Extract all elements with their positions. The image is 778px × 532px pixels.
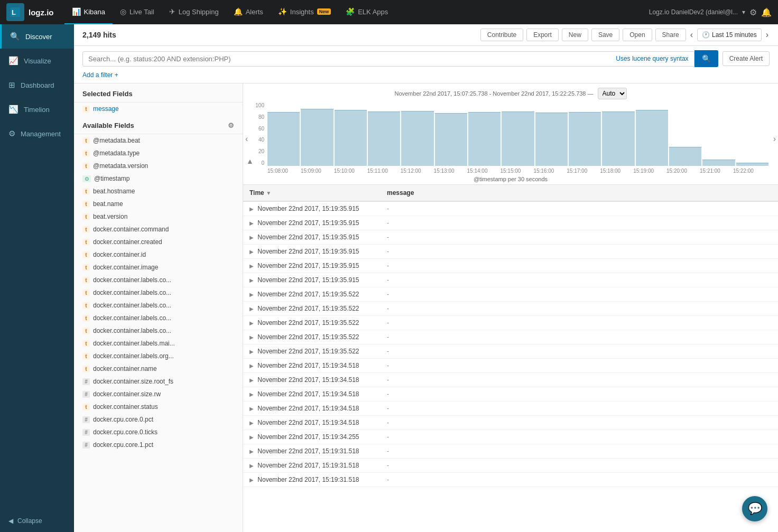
time-range-display[interactable]: 🕐 Last 15 minutes [697, 29, 762, 41]
chart-bar[interactable] [736, 163, 768, 166]
available-field-item[interactable]: #docker.container.size.rw [74, 388, 243, 400]
lucene-link[interactable]: Uses lucene query syntax [616, 55, 688, 62]
selected-field-item[interactable]: tmessage [74, 102, 243, 115]
available-field-item[interactable]: tdocker.container.created [74, 236, 243, 248]
nav-tab-livetail[interactable]: ◎Live Tail [113, 0, 162, 24]
chart-bar[interactable] [335, 110, 367, 166]
chart-bar[interactable] [702, 160, 735, 166]
nav-tab-kibana[interactable]: 📊Kibana [64, 0, 113, 24]
chart-bar[interactable] [435, 113, 467, 166]
nav-tab-alerts[interactable]: 🔔Alerts [226, 0, 271, 24]
add-filter-link[interactable]: Add a filter + [82, 71, 118, 79]
chart-bar[interactable] [602, 111, 634, 166]
nav-tab-elkapps[interactable]: 🧩ELK Apps [338, 0, 395, 24]
export-button[interactable]: Export [526, 29, 559, 41]
row-expand-button[interactable]: ▶ [249, 434, 254, 440]
available-field-item[interactable]: t@metadata.version [74, 160, 243, 172]
time-column-header[interactable]: Time ▼ [243, 185, 381, 201]
available-field-item[interactable]: t@metadata.type [74, 147, 243, 160]
chart-up-button[interactable]: ▲ [246, 157, 254, 165]
field-settings-icon[interactable]: ⚙ [228, 122, 234, 129]
row-expand-button[interactable]: ▶ [249, 249, 254, 255]
create-alert-button[interactable]: Create Alert [723, 51, 770, 66]
row-expand-button[interactable]: ▶ [249, 363, 254, 369]
chart-bar[interactable] [301, 109, 333, 166]
available-field-item[interactable]: #docker.cpu.core.0.pct [74, 413, 243, 426]
available-field-item[interactable]: tdocker.container.labels.co... [74, 286, 243, 299]
available-field-item[interactable]: tbeat.name [74, 198, 243, 210]
collapse-button[interactable]: ◀ Collapse [0, 510, 74, 532]
row-expand-button[interactable]: ▶ [249, 334, 254, 340]
row-expand-button[interactable]: ▶ [249, 220, 254, 226]
sidebar-item-management[interactable]: ⚙Management [0, 122, 74, 146]
row-expand-button[interactable]: ▶ [249, 277, 254, 283]
row-expand-button[interactable]: ▶ [249, 263, 254, 269]
available-field-item[interactable]: tdocker.container.id [74, 248, 243, 261]
row-expand-button[interactable]: ▶ [249, 235, 254, 240]
available-field-item[interactable]: #docker.cpu.core.0.ticks [74, 426, 243, 438]
search-input[interactable] [88, 55, 616, 63]
table-row: ▶ November 22nd 2017, 15:19:31.518 - [243, 473, 778, 487]
contribute-button[interactable]: Contribute [480, 29, 523, 41]
chart-bar[interactable] [535, 113, 568, 166]
chart-nav-left-button[interactable]: ‹ [245, 134, 248, 144]
available-field-item[interactable]: tbeat.hostname [74, 185, 243, 198]
row-expand-button[interactable]: ▶ [249, 449, 254, 454]
sidebar-item-discover[interactable]: 🔍Discover [0, 24, 74, 49]
sidebar-item-dashboard[interactable]: ⊞Dashboard [0, 73, 74, 97]
row-expand-button[interactable]: ▶ [249, 377, 254, 383]
available-field-item[interactable]: tdocker.container.image [74, 261, 243, 274]
nav-tab-logshipping[interactable]: ✈Log Shipping [162, 0, 226, 24]
logo[interactable]: L logz.io [6, 3, 54, 21]
row-expand-button[interactable]: ▶ [249, 306, 254, 312]
chart-bar[interactable] [502, 111, 534, 166]
chart-bar[interactable] [401, 111, 433, 166]
chart-bar[interactable] [636, 110, 668, 166]
row-expand-button[interactable]: ▶ [249, 292, 254, 297]
nav-tab-insights[interactable]: ✨InsightsNew [271, 0, 338, 24]
available-field-item[interactable]: tdocker.container.command [74, 223, 243, 236]
row-expand-button[interactable]: ▶ [249, 420, 254, 426]
row-expand-button[interactable]: ▶ [249, 206, 254, 212]
open-button[interactable]: Open [623, 29, 652, 41]
available-field-item[interactable]: tdocker.container.labels.co... [74, 274, 243, 286]
user-chevron-icon[interactable]: ▾ [742, 8, 745, 16]
chart-bar[interactable] [669, 147, 701, 166]
notification-icon[interactable]: 🔔 [761, 7, 772, 17]
available-field-item[interactable]: tdocker.container.labels.co... [74, 324, 243, 337]
sidebar-item-timelion[interactable]: 📉Timelion [0, 97, 74, 122]
available-field-item[interactable]: tdocker.container.status [74, 400, 243, 413]
row-expand-button[interactable]: ▶ [249, 391, 254, 397]
chat-button[interactable]: 💬 [742, 496, 767, 521]
row-expand-button[interactable]: ▶ [249, 406, 254, 412]
sidebar-icon-management: ⚙ [8, 129, 15, 138]
row-expand-button[interactable]: ▶ [249, 320, 254, 326]
save-button[interactable]: Save [591, 29, 619, 41]
row-expand-button[interactable]: ▶ [249, 349, 254, 354]
chart-auto-select[interactable]: Auto [598, 88, 627, 99]
chart-bar[interactable] [468, 112, 501, 166]
available-field-item[interactable]: tdocker.container.labels.co... [74, 299, 243, 312]
available-field-item[interactable]: tdocker.container.labels.mai... [74, 337, 243, 350]
available-field-item[interactable]: tbeat.version [74, 210, 243, 223]
available-field-item[interactable]: t@metadata.beat [74, 134, 243, 147]
chart-bar[interactable] [368, 111, 400, 166]
available-field-item[interactable]: #docker.cpu.core.1.pct [74, 438, 243, 451]
chart-nav-right-button[interactable]: › [773, 134, 776, 144]
available-field-item[interactable]: tdocker.container.labels.co... [74, 312, 243, 324]
sidebar-item-visualize[interactable]: 📈Visualize [0, 49, 74, 73]
new-button[interactable]: New [562, 29, 588, 41]
settings-icon[interactable]: ⚙ [749, 7, 757, 17]
row-expand-button[interactable]: ▶ [249, 477, 254, 483]
available-field-item[interactable]: tdocker.container.name [74, 362, 243, 375]
available-field-item[interactable]: ⊙@timestamp [74, 172, 243, 185]
chart-bar[interactable] [267, 112, 300, 166]
left-arrow-button[interactable]: ‹ [689, 29, 694, 41]
share-button[interactable]: Share [655, 29, 686, 41]
available-field-item[interactable]: tdocker.container.labels.org... [74, 350, 243, 362]
row-expand-button[interactable]: ▶ [249, 463, 254, 469]
right-arrow-button[interactable]: › [765, 29, 770, 41]
available-field-item[interactable]: #docker.container.size.root_fs [74, 375, 243, 388]
chart-bar[interactable] [569, 112, 601, 166]
search-button[interactable]: 🔍 [694, 50, 718, 67]
